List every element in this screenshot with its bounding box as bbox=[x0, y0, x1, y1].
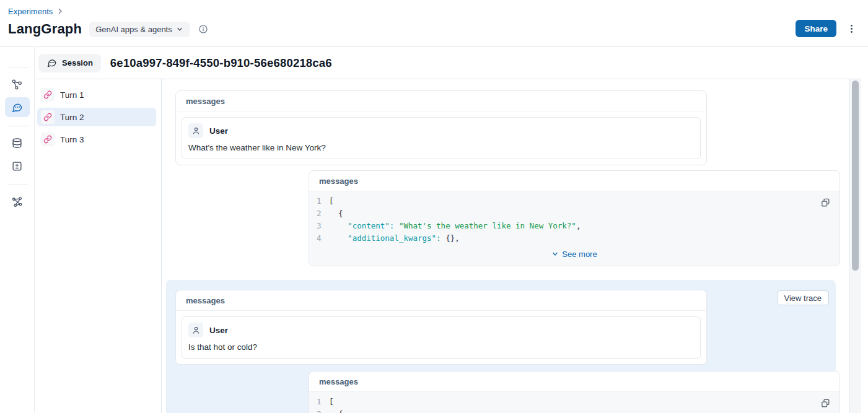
code-line: 2 { bbox=[309, 408, 840, 413]
view-trace-button[interactable]: View trace bbox=[777, 290, 829, 305]
chat-bubble-icon bbox=[11, 102, 23, 113]
code-block: 1[2 {3 "content": "What's the weather li… bbox=[309, 191, 840, 266]
user-icon bbox=[191, 126, 201, 136]
link-icon bbox=[41, 88, 55, 102]
category-dropdown[interactable]: GenAI apps & agents bbox=[89, 22, 190, 37]
conversation-canvas: messages User bbox=[162, 79, 849, 413]
turn-item[interactable]: Turn 3 bbox=[37, 130, 156, 149]
info-icon[interactable] bbox=[198, 24, 208, 34]
database-icon bbox=[11, 137, 23, 149]
page-header: Experiments LangGraph GenAI apps & agent… bbox=[0, 0, 868, 47]
breadcrumb-link-experiments[interactable]: Experiments bbox=[8, 7, 53, 16]
user-icon bbox=[191, 326, 201, 335]
messages-output-card: messages 1[2 { bbox=[309, 371, 840, 413]
turn-label: Turn 1 bbox=[60, 90, 84, 100]
rail-item-chat[interactable] bbox=[5, 97, 30, 117]
network-icon bbox=[11, 196, 23, 208]
rail-divider bbox=[7, 185, 28, 185]
breadcrumb: Experiments bbox=[8, 6, 857, 17]
category-label: GenAI apps & agents bbox=[95, 25, 172, 34]
session-badge-label: Session bbox=[62, 58, 93, 67]
scrollbar-thumb[interactable] bbox=[852, 80, 859, 271]
rail-divider bbox=[7, 67, 28, 67]
kebab-menu-icon[interactable] bbox=[846, 24, 857, 34]
diff-box-icon bbox=[11, 160, 23, 172]
turn-label: Turn 2 bbox=[60, 113, 84, 122]
user-message: User What's the weather like in New York… bbox=[182, 117, 701, 159]
message-text: What's the weather like in New York? bbox=[188, 143, 694, 152]
workflow-icon bbox=[11, 79, 23, 90]
turn-item[interactable]: Turn 2 bbox=[37, 108, 156, 126]
turns-list: Turn 1Turn 2Turn 3 bbox=[37, 85, 156, 149]
messages-output-card: messages 1[2 {3 "content": "What's the w… bbox=[309, 170, 840, 266]
avatar bbox=[188, 123, 203, 138]
card-title: messages bbox=[309, 171, 840, 191]
copy-icon[interactable] bbox=[820, 398, 831, 409]
user-message: User Is that hot or cold? bbox=[182, 316, 701, 359]
link-icon bbox=[41, 110, 55, 124]
code-line: 3 "content": "What's the weather like in… bbox=[309, 220, 840, 232]
page-title: LangGraph bbox=[8, 21, 82, 37]
code-block: 1[2 { bbox=[309, 392, 840, 413]
message-card: messages User bbox=[175, 290, 707, 365]
message-text: Is that hot or cold? bbox=[188, 342, 694, 352]
share-button[interactable]: Share bbox=[796, 20, 836, 37]
rail-item-prompts[interactable] bbox=[5, 192, 30, 212]
rail-divider bbox=[7, 126, 28, 126]
rail-item-datasets[interactable] bbox=[5, 133, 30, 153]
copy-icon[interactable] bbox=[820, 198, 831, 208]
left-rail bbox=[0, 47, 35, 413]
card-title: messages bbox=[309, 372, 840, 392]
code-line: 1[ bbox=[309, 396, 840, 408]
session-id: 6e10a997-849f-4550-b910-56e680218ca6 bbox=[110, 56, 332, 70]
role-label: User bbox=[209, 126, 228, 136]
rail-item-annotations[interactable] bbox=[5, 156, 30, 176]
rail-item-workflow[interactable] bbox=[5, 74, 30, 94]
session-bar: Session 6e10a997-849f-4550-b910-56e68021… bbox=[35, 47, 861, 79]
code-line: 2 { bbox=[309, 207, 840, 220]
role-label: User bbox=[209, 326, 228, 335]
speech-bubble-dots-icon bbox=[46, 58, 57, 68]
card-title: messages bbox=[176, 290, 706, 311]
message-card: messages User bbox=[175, 90, 707, 165]
turn-group-1: messages User bbox=[175, 90, 849, 266]
chevron-right-icon bbox=[56, 7, 64, 15]
session-badge: Session bbox=[38, 54, 101, 72]
turn-label: Turn 3 bbox=[60, 135, 84, 144]
turn-group-2-selected: View trace messages bbox=[166, 280, 836, 413]
turn-item[interactable]: Turn 1 bbox=[37, 85, 156, 104]
code-line: 4 "additional_kwargs": {}, bbox=[309, 232, 840, 245]
avatar bbox=[188, 323, 203, 337]
code-line: 1[ bbox=[309, 195, 840, 207]
see-more-link[interactable]: See more bbox=[551, 250, 597, 259]
card-title: messages bbox=[176, 91, 706, 111]
link-icon bbox=[41, 133, 55, 146]
chevron-down-icon bbox=[551, 250, 559, 258]
scrollbar-track[interactable] bbox=[849, 79, 861, 413]
turns-panel: Turn 1Turn 2Turn 3 bbox=[35, 79, 162, 413]
chevron-down-icon bbox=[176, 25, 183, 33]
